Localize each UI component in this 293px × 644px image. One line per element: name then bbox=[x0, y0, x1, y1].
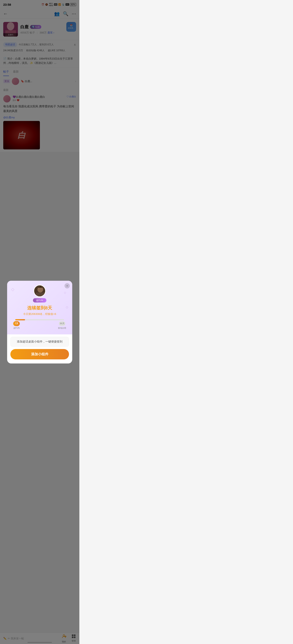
modal-overlay[interactable]: ◇ ◇ ◇ 超FUN bbox=[0, 0, 79, 172]
